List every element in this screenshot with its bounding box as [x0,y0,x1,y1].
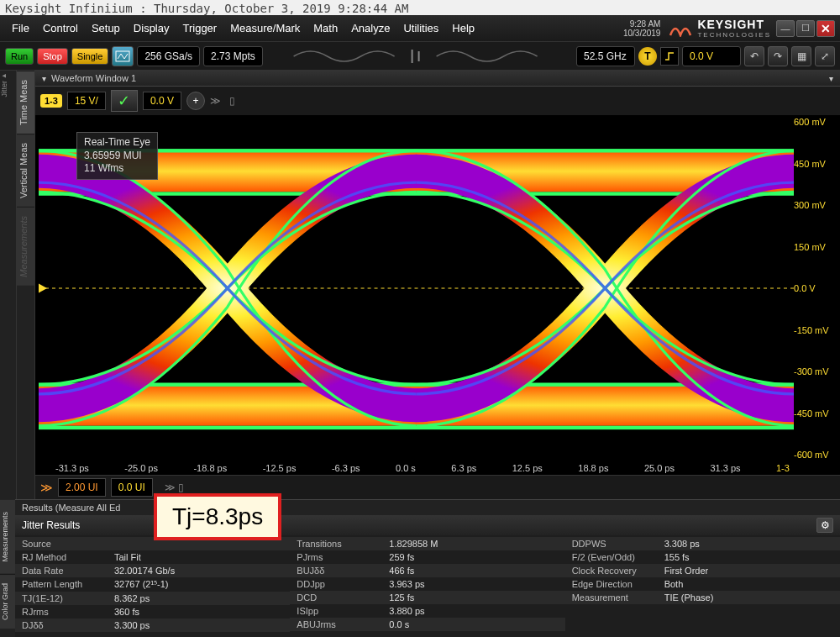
eye-overlay-mui: 3.65959 MUI [84,150,150,163]
waveform-window-tab[interactable]: ▾ Waveform Window 1 ▾ [35,71,840,87]
menu-control[interactable]: Control [36,18,85,38]
channel-bar: 1-3 15 V/ ✓ 0.0 V + ≫ ▯ [35,87,840,115]
jitter-value: 3.880 ps [389,606,424,616]
minimize-button[interactable]: — [776,20,795,37]
window-title: Waveform Window 1 [51,73,136,83]
y-tick: 150 mV [794,242,836,252]
close-button[interactable]: ✕ [816,20,835,37]
x-tick: -18.8 ps [193,463,227,473]
x-tick: 0.0 s [396,463,416,473]
sample-rate-readout[interactable]: 256 GSa/s [137,46,200,66]
maximize-button[interactable]: ☐ [796,20,815,37]
tab-measurements[interactable]: Measurements [17,207,34,286]
eye-diagram-plot[interactable]: Real-Time Eye 3.65959 MUI 11 Wfms 600 mV… [39,115,794,461]
jitter-value: 3.963 ps [389,579,424,589]
x-tick: 6.3 ps [451,463,476,473]
jitter-value: 259 fs [389,552,414,562]
keysight-logo: KEYSIGHT TECHNOLOGIES [697,18,771,39]
table-row: Data Rate32.00174 Gb/s [15,564,290,577]
menu-help[interactable]: Help [445,18,481,38]
menu-measure[interactable]: Measure/Mark [223,18,307,38]
jitter-label: RJrms [22,607,114,617]
jitter-value: TIE (Phase) [664,592,714,603]
tools-icon-button[interactable]: ▦ [791,46,811,66]
y-axis: 600 mV 450 mV 300 mV 150 mV 0.0 V -150 m… [794,115,836,461]
menu-utilities[interactable]: Utilities [396,18,445,38]
bookmark-icon[interactable]: ▯ [229,95,235,107]
redo-icon-button[interactable]: ↷ [768,46,788,66]
table-row: Clock RecoveryFirst Order [565,564,840,577]
edge-trigger-icon[interactable] [660,47,679,66]
jitter-value: 360 fs [114,607,139,617]
single-button[interactable]: Single [71,48,109,65]
jitter-label: Pattern Length [22,579,114,590]
results-panel: Results (Measure All Ed Jitter Results ⚙… [15,499,840,637]
menu-display[interactable]: Display [127,18,176,38]
trigger-level-readout[interactable]: 0.0 V [682,46,741,66]
channel-scale[interactable]: 15 V/ [67,92,106,110]
mem-depth-readout[interactable]: 2.73 Mpts [203,46,263,66]
y-tick: 600 mV [794,117,836,127]
run-button[interactable]: Run [5,48,34,65]
channel-enable-check[interactable]: ✓ [111,90,138,112]
channel-badge[interactable]: 1-3 [40,94,62,108]
table-row: Pattern Length32767 (2¹⁵-1) [15,577,290,592]
menu-math[interactable]: Math [307,18,344,38]
jitter-label: Transitions [297,539,389,549]
table-row: Transitions1.829858 M [290,537,564,550]
jitter-label: Edge Direction [572,579,664,589]
y-tick: 300 mV [794,200,836,210]
results-tab-label[interactable]: Results (Measure All Ed [15,500,840,515]
x-tick: -6.3 ps [332,463,360,473]
window-menu-icon[interactable]: ▾ [829,74,833,83]
add-channel-icon-button[interactable]: + [186,92,205,110]
table-row: TJ(1E-12)8.362 ps [15,592,290,605]
y-tick: 0.0 V [794,283,836,293]
autoscale-icon-button[interactable] [112,46,134,66]
jitter-label: PJrms [297,552,389,562]
more-chevron-icon[interactable]: ≫ [210,95,221,107]
menu-setup[interactable]: Setup [85,18,127,38]
caret-down-icon: ▾ [42,74,46,83]
jitter-tab-label[interactable]: Jitter▸ [0,71,16,99]
x-tick: -31.3 ps [55,463,89,473]
jitter-label: Measurement [572,592,664,603]
brand-name: KEYSIGHT [697,18,764,31]
annotation-overlay: Tj=8.3ps [154,493,281,540]
jitter-column: SourceRJ MethodTail FitData Rate32.00174… [15,537,290,632]
jitter-label: TJ(1E-12) [22,593,114,603]
menu-analyze[interactable]: Analyze [344,18,396,38]
table-row: DDJpp3.963 ps [290,577,564,591]
channel-offset[interactable]: 0.0 V [143,92,181,110]
stop-button[interactable]: Stop [37,48,68,65]
x-tick: 25.0 ps [644,463,675,473]
menu-trigger[interactable]: Trigger [176,18,223,38]
timebase-expand-icon[interactable]: ≫ [40,481,53,494]
x-tick: -12.5 ps [263,463,297,473]
jitter-value: 125 fs [389,592,414,603]
timebase-span[interactable]: 2.00 UI [58,478,106,497]
menu-file[interactable]: File [5,18,36,38]
menu-bar: File Control Setup Display Trigger Measu… [0,15,840,42]
jitter-label: Clock Recovery [572,566,664,576]
timebase-more-icon[interactable]: ≫ ▯ [165,482,184,493]
jitter-value: Both [664,579,684,589]
jitter-label: DCD [297,592,389,603]
jitter-label: F/2 (Even/Odd) [572,552,664,562]
tab-vertical-meas[interactable]: Vertical Meas [17,134,34,207]
bandwidth-readout[interactable]: 52.5 GHz [576,46,635,66]
bottom-left-tabs: Measurements Color Grad [0,499,15,637]
toolbar: Run Stop Single 256 GSa/s 2.73 Mpts 52.5… [0,42,840,71]
gear-icon-button[interactable]: ⚙ [816,518,833,533]
eye-overlay-title: Real-Time Eye [84,136,150,150]
undo-icon-button[interactable]: ↶ [744,46,764,66]
tab-time-meas[interactable]: Time Meas [17,71,34,134]
table-row: ABUJrms0.0 s [290,618,564,631]
table-row: DCD125 fs [290,591,564,604]
jitter-value: 155 fs [664,552,690,562]
expand-icon-button[interactable]: ⤢ [815,46,835,66]
tab-color-grad[interactable]: Color Grad [0,574,15,629]
timebase-pos[interactable]: 0.0 UI [111,478,153,497]
tab-measurements-bottom[interactable]: Measurements [0,499,15,574]
trigger-badge[interactable]: T [638,47,657,66]
